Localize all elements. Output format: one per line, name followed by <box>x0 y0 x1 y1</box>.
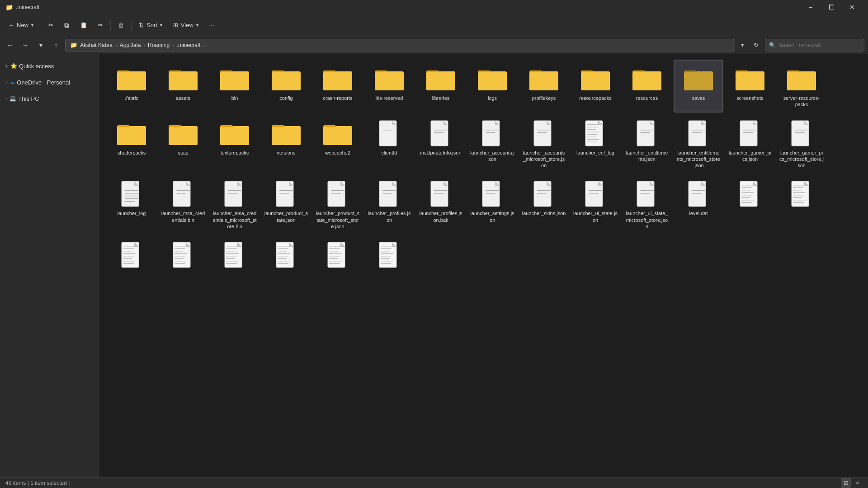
more-button[interactable]: ··· <box>205 17 219 33</box>
file-item[interactable]: launcher_gamer_pics_microsoft_store.json <box>777 114 826 174</box>
folder-item[interactable]: texturepacks <box>210 114 259 174</box>
file-item[interactable] <box>313 236 363 276</box>
onedrive-arrow-icon: › <box>5 80 7 85</box>
file-item[interactable] <box>107 236 156 276</box>
svg-rect-242 <box>381 249 392 249</box>
file-item[interactable]: launcher_accounts_microsoft_store.json <box>519 114 569 174</box>
file-label: launcher_entitlements_microsoft_store.js… <box>676 150 721 169</box>
sidebar-item-this-pc[interactable]: › 💻 This PC <box>2 90 98 107</box>
svg-rect-233 <box>329 251 338 252</box>
folder-icon <box>323 119 352 148</box>
file-label: clientId <box>382 150 397 156</box>
list-view-button[interactable]: ≡ <box>853 478 863 488</box>
address-dropdown-button[interactable]: ▾ <box>738 39 747 52</box>
folder-item[interactable]: iris-reserved <box>364 60 414 113</box>
file-item[interactable] <box>210 236 259 276</box>
file-item[interactable]: launcher_gamer_pics.json <box>725 114 775 174</box>
folder-item[interactable]: libraries <box>416 60 466 113</box>
file-item[interactable]: irisUpdateInfo.json <box>416 114 466 174</box>
svg-rect-182 <box>793 188 804 188</box>
sidebar-item-quick-access[interactable]: ▾ ⭐ Quick access <box>2 58 98 74</box>
folder-item[interactable]: screenshots <box>725 60 775 113</box>
file-item[interactable]: launcher_msa_credentials_microsoft_store… <box>210 175 259 234</box>
paste-button[interactable]: 📋 <box>75 17 92 33</box>
recent-locations-button[interactable]: ▾ <box>34 39 47 52</box>
folder-item[interactable]: .fabric <box>107 60 156 113</box>
file-label: launcher_settings.json <box>470 210 514 223</box>
address-bar[interactable]: 📁 Akshat Kabra › AppData › Roaming › .mi… <box>65 39 735 52</box>
close-button[interactable]: ✕ <box>842 0 863 14</box>
file-item[interactable]: launcher_cef_log <box>571 114 620 174</box>
file-item[interactable]: launcher_settings.json <box>467 175 517 234</box>
svg-rect-243 <box>381 251 390 252</box>
folder-item[interactable]: profilekeys <box>519 60 569 113</box>
folder-item[interactable]: resources <box>622 60 672 113</box>
file-item[interactable]: launcher_skins.json <box>519 175 569 234</box>
folder-item[interactable]: server-resource-packs <box>777 60 826 113</box>
file-item[interactable]: level.dat <box>674 175 723 234</box>
file-item[interactable] <box>777 175 826 234</box>
delete-button[interactable]: 🗑 <box>113 17 128 33</box>
svg-rect-70 <box>486 132 495 133</box>
sort-label: Sort <box>146 22 157 28</box>
file-item[interactable]: launcher_ui_state.json <box>571 175 620 234</box>
document-icon <box>323 179 352 208</box>
folder-item[interactable]: assets <box>158 60 208 113</box>
folder-icon <box>684 64 713 93</box>
rename-button[interactable]: ✏ <box>94 17 108 33</box>
folder-item[interactable]: stats <box>158 114 208 174</box>
refresh-button[interactable]: ↻ <box>750 39 762 52</box>
file-item[interactable]: launcher_log <box>107 175 156 234</box>
svg-rect-50 <box>220 127 249 145</box>
search-input[interactable] <box>778 42 860 48</box>
folder-item[interactable]: saves <box>674 60 723 113</box>
file-item[interactable]: launcher_product_state_microsoft_store.j… <box>313 175 363 234</box>
copy-button[interactable]: ⧉ <box>60 17 74 33</box>
svg-rect-5 <box>169 72 198 90</box>
folder-item[interactable]: versions <box>261 114 311 174</box>
view-button[interactable]: ⊞ View ▾ <box>169 17 203 33</box>
folder-item[interactable]: crash-reports <box>313 60 363 113</box>
svg-rect-217 <box>226 261 239 262</box>
forward-button[interactable]: → <box>19 39 32 52</box>
folder-item[interactable]: bin <box>210 60 259 113</box>
grid-view-button[interactable]: ⊞ <box>841 478 851 488</box>
search-box[interactable]: 🔍 <box>765 39 864 52</box>
svg-rect-205 <box>175 256 185 257</box>
file-item[interactable] <box>158 236 208 276</box>
file-item[interactable]: launcher_entitlements_microsoft_store.js… <box>674 114 723 174</box>
folder-item[interactable]: config <box>261 60 311 113</box>
file-item[interactable] <box>725 175 775 234</box>
new-button[interactable]: ＋ New ▾ <box>4 17 38 33</box>
svg-rect-228 <box>278 263 288 264</box>
document-icon <box>787 179 816 208</box>
sidebar-item-onedrive[interactable]: › ☁ OneDrive - Personal <box>2 74 98 90</box>
file-item[interactable]: launcher_ui_state_microsoft_store.json <box>622 175 672 234</box>
folder-item[interactable]: shaderpacks <box>107 114 156 174</box>
file-item[interactable]: launcher_entitlements.json <box>622 114 672 174</box>
svg-rect-211 <box>226 246 239 247</box>
maximize-button[interactable]: ⧠ <box>821 0 842 14</box>
document-icon <box>684 179 713 208</box>
file-item[interactable] <box>364 236 414 276</box>
folder-item[interactable]: logs <box>467 60 517 113</box>
cut-button[interactable]: ✂ <box>44 17 58 33</box>
minimize-button[interactable]: − <box>800 0 821 14</box>
back-button[interactable]: ← <box>4 39 16 52</box>
file-item[interactable]: launcher_msa_credentials.bin <box>158 175 208 234</box>
up-button[interactable]: ↑ <box>50 39 62 52</box>
svg-rect-47 <box>169 127 198 145</box>
svg-rect-187 <box>793 200 806 201</box>
folder-item[interactable]: resourcepacks <box>571 60 620 113</box>
file-item[interactable] <box>261 236 311 276</box>
file-item[interactable]: clientId <box>364 114 414 174</box>
folder-item[interactable]: webcache2 <box>313 114 363 174</box>
file-item[interactable]: launcher_product_state.json <box>261 175 311 234</box>
refresh-icon: ↻ <box>754 42 759 48</box>
svg-rect-192 <box>123 249 134 249</box>
file-item[interactable]: launcher_profiles.json <box>364 175 414 234</box>
sort-button[interactable]: ⇅ Sort ▾ <box>134 17 167 33</box>
file-item[interactable]: launcher_profiles.json.bak <box>416 175 466 234</box>
svg-rect-81 <box>587 131 599 132</box>
file-item[interactable]: launcher_accounts.json <box>467 114 517 174</box>
